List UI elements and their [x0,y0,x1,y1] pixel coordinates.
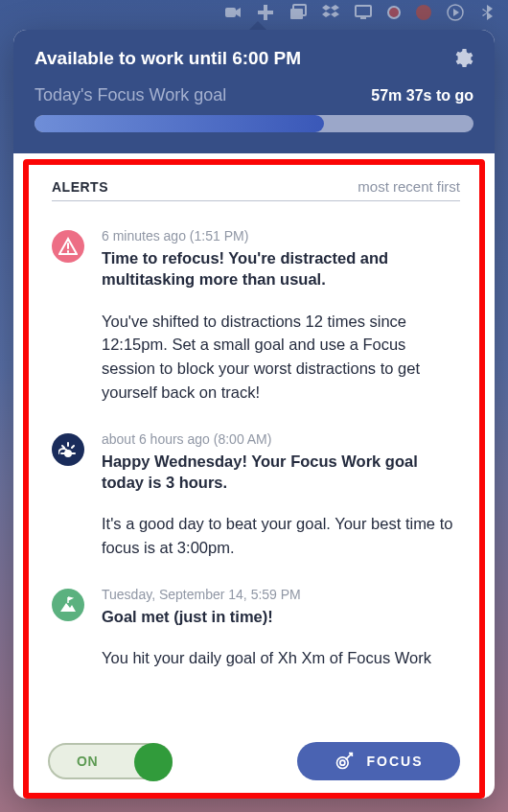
alert-body-text: You've shifted to distractions 12 times … [102,310,460,405]
alert-body-text: It's a good day to beat your goal. Your … [102,512,460,560]
warning-icon [52,230,84,263]
popover-caret [249,21,266,30]
toggle-label: ON [77,754,98,769]
video-icon[interactable] [224,4,242,21]
windows-stack-icon[interactable] [289,4,307,21]
alert-title: Time to refocus! You're distracted and m… [102,247,460,290]
alert-item[interactable]: Tuesday, September 14, 5:59 PMGoal met (… [52,587,460,670]
monitor-icon[interactable] [355,4,372,21]
bear-dot-icon[interactable] [387,6,401,19]
goal-label: Today's Focus Work goal [35,85,226,105]
alert-item[interactable]: about 6 hours ago (8:00 AM)Happy Wednesd… [52,431,460,560]
svg-rect-4 [360,17,366,19]
bluetooth-icon[interactable] [479,4,496,21]
progress-bar [35,115,473,132]
svg-rect-0 [225,8,236,17]
play-circle-icon[interactable] [447,4,464,21]
popover-header: Available to work until 6:00 PM Today's … [13,30,495,153]
toggle-knob [134,743,173,781]
alert-timestamp: 6 minutes ago (1:51 PM) [102,228,460,244]
alert-title: Goal met (just in time)! [102,606,460,627]
gear-icon[interactable] [450,47,473,70]
mountain-flag-icon [52,589,84,621]
alerts-title: ALERTS [52,179,108,195]
alert-body-text: You hit your daily goal of Xh Xm of Focu… [102,646,460,670]
alert-timestamp: about 6 hours ago (8:00 AM) [102,431,460,447]
plus-medical-icon[interactable] [257,4,274,21]
alert-title: Happy Wednesday! Your Focus Work goal to… [102,451,460,494]
svg-point-6 [64,450,72,457]
progress-fill [35,115,324,132]
alerts-sort-label[interactable]: most recent first [358,178,460,195]
svg-rect-3 [356,6,371,16]
alerts-highlight-box: ALERTS most recent first 6 minutes ago (… [23,159,485,799]
svg-point-8 [339,760,344,765]
target-icon [335,752,354,771]
sunrise-icon [52,433,84,466]
focus-popover: Available to work until 6:00 PM Today's … [13,30,495,799]
svg-rect-2 [290,9,303,19]
alerts-header: ALERTS most recent first [52,178,460,201]
on-toggle[interactable]: ON [48,743,173,779]
dropbox-icon[interactable] [322,4,339,21]
tomato-icon[interactable] [416,5,431,20]
focus-button-label: FOCUS [367,754,424,769]
time-remaining: 57m 37s to go [371,87,473,104]
alert-item[interactable]: 6 minutes ago (1:51 PM)Time to refocus! … [52,228,460,405]
alerts-list: 6 minutes ago (1:51 PM)Time to refocus! … [52,228,460,670]
availability-text: Available to work until 6:00 PM [35,48,301,69]
focus-button[interactable]: FOCUS [297,742,460,780]
bottom-bar: ON FOCUS [13,731,495,799]
alert-timestamp: Tuesday, September 14, 5:59 PM [102,587,460,602]
